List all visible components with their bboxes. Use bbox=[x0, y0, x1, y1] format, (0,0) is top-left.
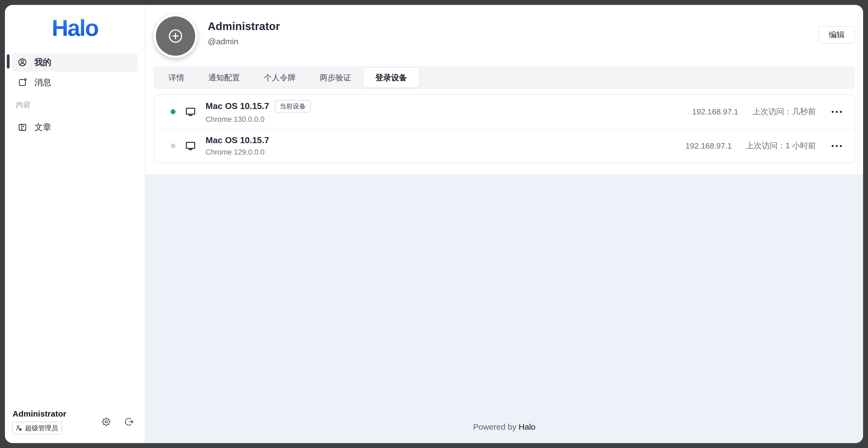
logout-button[interactable] bbox=[124, 416, 134, 427]
sidebar-nav: 我的 消息 bbox=[5, 53, 145, 92]
tab-two-factor[interactable]: 两步验证 bbox=[308, 68, 363, 87]
logo-text: Halo bbox=[52, 17, 98, 39]
halo-brand-link[interactable]: Halo bbox=[519, 422, 535, 431]
user-circle-icon bbox=[18, 57, 27, 67]
device-browser: Chrome 130.0.0.0 bbox=[206, 115, 311, 124]
monitor-icon bbox=[185, 140, 196, 152]
role-badge-label: 超级管理员 bbox=[25, 424, 58, 432]
profile-header: Administrator @admin bbox=[146, 5, 863, 58]
powered-by: Powered by Halo bbox=[146, 422, 863, 443]
sidebar-item-messages[interactable]: 消息 bbox=[12, 73, 138, 92]
device-ip: 192.168.97.1 bbox=[685, 142, 732, 151]
logout-icon bbox=[124, 417, 134, 427]
powered-by-text: Powered by bbox=[473, 422, 516, 431]
device-last-access: 上次访问：1 小时前 bbox=[746, 141, 816, 151]
current-device-badge: 当前设备 bbox=[275, 100, 311, 113]
edit-button[interactable]: 编辑 bbox=[818, 26, 855, 44]
avatar[interactable] bbox=[154, 14, 197, 58]
page-background-section: Powered by Halo bbox=[146, 174, 863, 443]
device-info: Mac OS 10.15.7 当前设备 Chrome 130.0.0.0 bbox=[206, 100, 311, 124]
user-gear-icon bbox=[15, 424, 22, 431]
device-ip: 192.168.97.1 bbox=[692, 107, 738, 116]
device-list: Mac OS 10.15.7 当前设备 Chrome 130.0.0.0 192… bbox=[154, 94, 855, 163]
device-os: Mac OS 10.15.7 bbox=[206, 101, 269, 111]
device-browser: Chrome 129.0.0.0 bbox=[206, 148, 269, 156]
profile-tabs: 详情 通知配置 个人令牌 两步验证 登录设备 bbox=[154, 66, 855, 89]
sidebar-item-label: 消息 bbox=[34, 77, 51, 88]
sidebar-item-posts[interactable]: 文章 bbox=[12, 118, 138, 137]
profile-title-block: Administrator @admin bbox=[208, 14, 280, 58]
notification-icon bbox=[18, 78, 27, 87]
device-info: Mac OS 10.15.7 Chrome 129.0.0.0 bbox=[206, 135, 269, 156]
sidebar-username: Administrator bbox=[12, 409, 66, 418]
active-menu-indicator bbox=[7, 54, 9, 68]
device-more-button[interactable] bbox=[830, 142, 843, 150]
offline-status-dot bbox=[170, 143, 176, 148]
ellipsis-icon bbox=[832, 111, 834, 113]
posts-icon bbox=[18, 122, 27, 132]
main-content: Administrator @admin 编辑 详情 通知配置 个人令牌 两步验… bbox=[146, 5, 863, 443]
sidebar-footer-icons bbox=[101, 416, 138, 427]
tab-notification-config[interactable]: 通知配置 bbox=[196, 68, 252, 87]
logo[interactable]: Halo bbox=[5, 5, 145, 41]
sidebar-footer: Administrator 超级管理员 bbox=[5, 409, 145, 443]
sidebar-section-label: 内容 bbox=[5, 100, 145, 110]
device-meta: 192.168.97.1 上次访问：几秒前 bbox=[692, 106, 843, 117]
app-window: Halo 我的 消息 内容 bbox=[5, 5, 863, 443]
monitor-icon bbox=[185, 106, 196, 117]
page-title: Administrator bbox=[208, 20, 280, 32]
settings-button[interactable] bbox=[101, 416, 112, 427]
profile-handle: @admin bbox=[208, 37, 280, 46]
device-row: Mac OS 10.15.7 当前设备 Chrome 130.0.0.0 192… bbox=[154, 95, 854, 129]
tab-details[interactable]: 详情 bbox=[156, 68, 196, 87]
online-status-dot bbox=[170, 109, 176, 114]
sidebar: Halo 我的 消息 内容 bbox=[5, 5, 146, 443]
device-os: Mac OS 10.15.7 bbox=[206, 135, 269, 145]
sidebar-item-label: 我的 bbox=[34, 57, 51, 68]
avatar-placeholder bbox=[156, 17, 195, 56]
tab-login-devices[interactable]: 登录设备 bbox=[363, 68, 419, 87]
sidebar-item-label: 文章 bbox=[34, 122, 51, 133]
sidebar-content-nav: 文章 bbox=[5, 118, 145, 137]
device-row: Mac OS 10.15.7 Chrome 129.0.0.0 192.168.… bbox=[154, 129, 854, 162]
device-last-access: 上次访问：几秒前 bbox=[752, 106, 816, 117]
gear-icon bbox=[101, 417, 111, 427]
plus-circle-icon bbox=[167, 28, 184, 44]
ellipsis-icon bbox=[832, 145, 834, 147]
sidebar-profile-mini[interactable]: Administrator 超级管理员 bbox=[12, 409, 66, 434]
sidebar-item-profile[interactable]: 我的 bbox=[12, 53, 138, 71]
device-more-button[interactable] bbox=[830, 108, 843, 116]
device-meta: 192.168.97.1 上次访问：1 小时前 bbox=[685, 141, 843, 151]
role-badge: 超级管理员 bbox=[12, 422, 62, 434]
tab-personal-tokens[interactable]: 个人令牌 bbox=[252, 68, 308, 87]
